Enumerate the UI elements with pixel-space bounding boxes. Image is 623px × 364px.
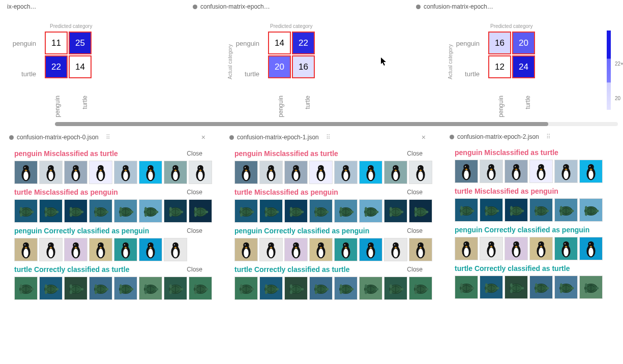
image-thumb[interactable] [39, 238, 63, 261]
image-thumb[interactable] [14, 277, 38, 300]
image-thumb[interactable] [164, 199, 187, 223]
cell-0-0[interactable]: 16 [488, 32, 511, 54]
close-tab-button[interactable]: × [418, 133, 430, 141]
cell-0-0[interactable]: 14 [268, 32, 291, 54]
image-thumb[interactable] [39, 161, 63, 184]
image-thumb[interactable] [89, 238, 112, 261]
close-tab-button[interactable]: × [197, 133, 210, 141]
image-thumb[interactable] [505, 198, 528, 222]
close-group-button[interactable]: Close [187, 227, 202, 234]
detail-tab-2[interactable]: confusion-matrix-epoch-2.json ⠿ [440, 130, 613, 145]
drag-handle-icon[interactable]: ⠿ [106, 134, 111, 141]
image-thumb[interactable] [455, 237, 478, 260]
image-thumb[interactable] [455, 198, 478, 222]
tab-1[interactable]: confusion-matrix-epoch… [193, 3, 270, 10]
close-group-button[interactable]: Close [187, 150, 202, 157]
image-thumb[interactable] [139, 161, 162, 184]
image-thumb[interactable] [259, 277, 283, 300]
image-thumb[interactable] [480, 276, 503, 299]
image-thumb[interactable] [384, 238, 407, 261]
image-thumb[interactable] [480, 160, 503, 183]
tab-2[interactable]: confusion-matrix-epoch… [416, 3, 493, 10]
image-thumb[interactable] [14, 199, 38, 223]
image-thumb[interactable] [189, 161, 212, 184]
image-thumb[interactable] [579, 276, 603, 299]
image-thumb[interactable] [284, 277, 308, 300]
close-group-button[interactable]: Close [407, 266, 423, 273]
image-thumb[interactable] [480, 198, 503, 222]
image-thumb[interactable] [554, 276, 578, 299]
image-thumb[interactable] [384, 199, 407, 223]
image-thumb[interactable] [505, 237, 528, 260]
image-thumb[interactable] [89, 199, 112, 223]
image-thumb[interactable] [455, 160, 478, 183]
image-thumb[interactable] [259, 199, 283, 223]
image-thumb[interactable] [309, 199, 333, 223]
image-thumb[interactable] [359, 238, 382, 261]
image-thumb[interactable] [309, 238, 333, 261]
image-thumb[interactable] [579, 198, 603, 222]
image-thumb[interactable] [114, 161, 137, 184]
thumb-row[interactable] [234, 277, 433, 300]
image-thumb[interactable] [164, 238, 187, 261]
thumb-row[interactable] [14, 277, 213, 300]
image-thumb[interactable] [384, 161, 407, 184]
close-group-button[interactable]: Close [187, 189, 202, 196]
image-thumb[interactable] [189, 277, 212, 300]
drag-handle-icon[interactable]: ⠿ [546, 133, 552, 140]
image-thumb[interactable] [259, 238, 283, 261]
image-thumb[interactable] [64, 238, 87, 261]
tab-0[interactable]: ix-epoch… [7, 3, 36, 10]
image-thumb[interactable] [554, 237, 578, 260]
scrollbar-thumb[interactable] [55, 122, 548, 126]
image-thumb[interactable] [529, 198, 553, 222]
image-thumb[interactable] [409, 161, 432, 184]
image-thumb[interactable] [505, 160, 528, 183]
cell-0-1[interactable]: 20 [512, 32, 535, 54]
image-thumb[interactable] [334, 238, 358, 261]
image-thumb[interactable] [139, 277, 162, 300]
cell-1-1[interactable]: 14 [69, 55, 92, 78]
image-thumb[interactable] [39, 199, 63, 223]
image-thumb[interactable] [334, 199, 358, 223]
thumb-row[interactable] [234, 199, 433, 223]
image-thumb[interactable] [64, 199, 87, 223]
image-thumb[interactable] [259, 161, 283, 184]
image-thumb[interactable] [334, 161, 358, 184]
image-thumb[interactable] [309, 277, 333, 300]
image-thumb[interactable] [64, 277, 87, 300]
image-thumb[interactable] [480, 237, 503, 260]
image-thumb[interactable] [529, 276, 553, 299]
image-thumb[interactable] [554, 198, 578, 222]
image-thumb[interactable] [189, 199, 212, 223]
image-thumb[interactable] [554, 160, 578, 183]
thumb-row[interactable] [455, 198, 613, 222]
detail-tab-1[interactable]: confusion-matrix-epoch-1.json ⠿ × [220, 130, 433, 146]
image-thumb[interactable] [114, 277, 137, 300]
image-thumb[interactable] [164, 161, 187, 184]
image-thumb[interactable] [579, 160, 603, 183]
cell-1-0[interactable]: 12 [488, 55, 511, 78]
image-thumb[interactable] [234, 238, 258, 261]
image-thumb[interactable] [409, 277, 432, 300]
image-thumb[interactable] [114, 199, 137, 223]
image-thumb[interactable] [529, 160, 553, 183]
image-thumb[interactable] [164, 277, 187, 300]
image-thumb[interactable] [89, 277, 112, 300]
thumb-row[interactable] [14, 238, 213, 261]
horizontal-scrollbar[interactable] [55, 122, 618, 126]
cell-0-1[interactable]: 25 [69, 32, 92, 54]
image-thumb[interactable] [359, 277, 382, 300]
image-thumb[interactable] [359, 161, 382, 184]
image-thumb[interactable] [284, 161, 308, 184]
image-thumb[interactable] [579, 237, 603, 260]
drag-handle-icon[interactable]: ⠿ [326, 134, 332, 141]
close-group-button[interactable]: Close [407, 189, 423, 196]
image-thumb[interactable] [409, 199, 432, 223]
close-group-button[interactable]: Close [407, 150, 423, 157]
close-group-button[interactable]: Close [187, 266, 202, 273]
confusion-matrix-2[interactable]: 16 20 12 24 [488, 32, 535, 78]
image-thumb[interactable] [14, 238, 38, 261]
thumb-row[interactable] [234, 161, 433, 184]
thumb-row[interactable] [234, 238, 433, 261]
